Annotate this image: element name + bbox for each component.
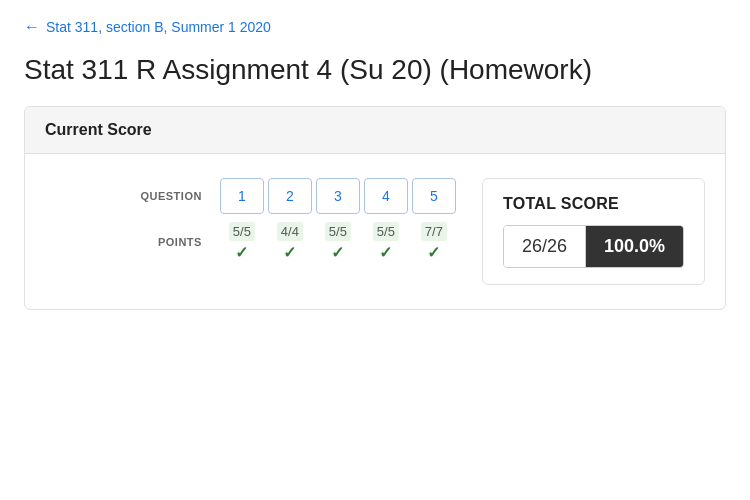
question-box-2: 2 [268,178,312,214]
questions-section: QUESTION 1 2 3 4 5 POINTS [45,178,458,262]
question-box-4: 4 [364,178,408,214]
points-value-2: 4/4 [277,222,303,241]
check-icon-1: ✓ [235,243,248,262]
page-title: Stat 311 R Assignment 4 (Su 20) (Homewor… [0,44,750,106]
back-link[interactable]: ← Stat 311, section B, Summer 1 2020 [0,0,750,44]
card-body: QUESTION 1 2 3 4 5 POINTS [25,154,725,309]
points-value-5: 7/7 [421,222,447,241]
check-icon-2: ✓ [283,243,296,262]
points-cell-4: 5/5 ✓ [364,222,408,262]
points-cell-1: 5/5 ✓ [220,222,264,262]
total-score-box: TOTAL SCORE 26/26 100.0% [482,178,705,285]
question-box-5: 5 [412,178,456,214]
score-fraction: 26/26 [504,226,586,267]
points-value-1: 5/5 [229,222,255,241]
question-row-label: QUESTION [45,190,218,202]
check-icon-5: ✓ [427,243,440,262]
score-percent: 100.0% [586,226,683,267]
points-cell-3: 5/5 ✓ [316,222,360,262]
points-row-label: POINTS [45,236,218,248]
questions-grid: QUESTION 1 2 3 4 5 POINTS [45,178,458,262]
current-score-card: Current Score QUESTION 1 2 3 4 [24,106,726,310]
points-cell-2: 4/4 ✓ [268,222,312,262]
back-arrow-icon: ← [24,18,40,36]
score-display: 26/26 100.0% [503,225,684,268]
points-value-3: 5/5 [325,222,351,241]
card-header-title: Current Score [45,121,152,138]
card-header: Current Score [25,107,725,154]
points-value-4: 5/5 [373,222,399,241]
check-icon-4: ✓ [379,243,392,262]
question-box-3: 3 [316,178,360,214]
question-box-1: 1 [220,178,264,214]
check-icon-3: ✓ [331,243,344,262]
back-link-label: Stat 311, section B, Summer 1 2020 [46,19,271,35]
total-score-label: TOTAL SCORE [503,195,619,213]
points-cell-5: 7/7 ✓ [412,222,456,262]
